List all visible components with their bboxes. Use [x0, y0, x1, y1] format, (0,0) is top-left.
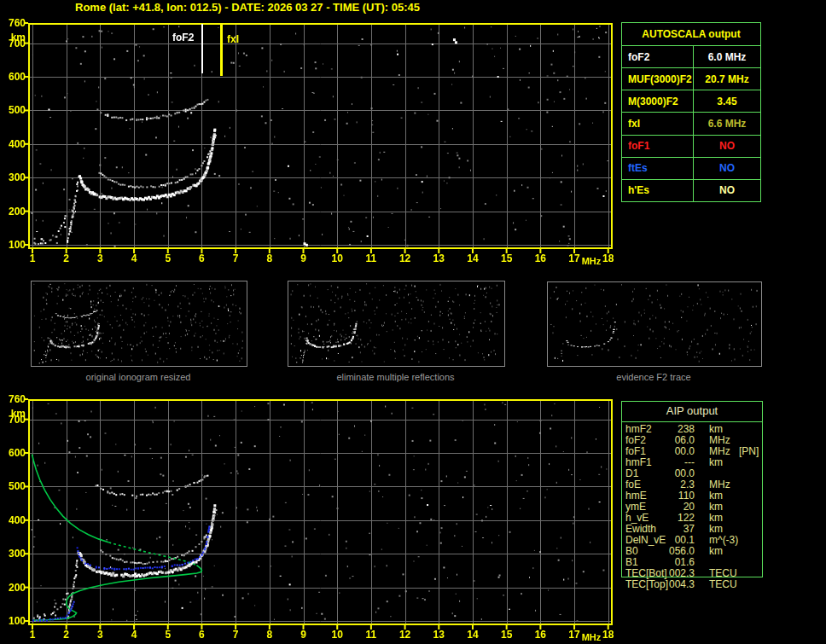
x-tick-label-top: 12 [393, 252, 418, 264]
x-tick-label-top: 1 [20, 252, 45, 264]
fxi-marker-label: fxI [227, 33, 239, 45]
x-tick-label-top: 9 [291, 252, 317, 264]
thumbnail-original-ionogram [31, 281, 247, 367]
autoscala-row-label: ftEs [622, 158, 694, 179]
autoscala-row-value: NO [694, 180, 760, 201]
x-tick-label-top: 5 [155, 252, 181, 264]
x-tick-label-bottom: 5 [155, 629, 181, 641]
x-tick-label-bottom: 8 [257, 629, 282, 641]
autoscala-row-label: foF1 [622, 136, 694, 157]
thumbnail-canvas-reflections [288, 281, 503, 364]
aip-row-unit: TECU [709, 579, 737, 590]
y-tick-label-top: 500 [0, 104, 26, 116]
y-tick-label-top: 400 [0, 138, 26, 150]
x-tick-label-top: 14 [460, 252, 486, 264]
x-tick-label-top: 13 [426, 252, 451, 264]
x-axis-unit-top: MHz [578, 256, 605, 266]
autoscala-row-value: 6.0 MHz [694, 46, 760, 67]
x-tick-label-bottom: 7 [223, 629, 248, 641]
aip-row-unit: km [709, 457, 723, 468]
y-tick-label-bottom: 500 [0, 480, 26, 492]
autoscala-row-value: NO [694, 136, 760, 157]
y-tick-label-top: 300 [0, 171, 26, 183]
autoscala-row-value: NO [694, 158, 760, 179]
aip-table-row: TEC[Top]004.3TECU [621, 579, 763, 590]
autoscala-row-label: foF2 [622, 46, 694, 67]
autoscala-row-label: MUF(3000)F2 [622, 68, 694, 90]
x-tick-label-bottom: 11 [358, 629, 384, 641]
aip-table-rows: hmF2238kmfoF206.0MHzfoF100.0MHz[PN]hmF1-… [621, 424, 763, 590]
x-axis-unit-bottom: MHz [578, 632, 605, 642]
y-tick-label-bottom: 600 [0, 447, 26, 459]
y-tick-label-top: 200 [0, 206, 26, 218]
autoscala-table-row: M(3000)F23.45 [622, 90, 760, 113]
aip-table-header: AIP output [621, 404, 763, 417]
thumbnail-canvas-original [32, 281, 245, 364]
y-tick-label-bottom: 760 [0, 393, 26, 405]
autoscala-output-table: AUTOSCALA output foF26.0 MHzMUF(3000)F22… [621, 22, 761, 202]
autoscala-row-value: 6.6 MHz [694, 113, 760, 134]
x-tick-label-bottom: 4 [121, 629, 147, 641]
autoscala-row-value: 20.7 MHz [694, 68, 760, 90]
thumbnail-eliminate-reflections [288, 281, 505, 367]
x-tick-label-bottom: 15 [494, 629, 520, 641]
autoscala-table-row: foF26.0 MHz [622, 46, 760, 68]
y-tick-label-bottom: 200 [0, 582, 26, 594]
x-tick-label-bottom: 9 [291, 629, 317, 641]
y-tick-label-bottom: 400 [0, 514, 26, 526]
aip-output-table: AIP output hmF2238kmfoF206.0MHzfoF100.0M… [621, 401, 763, 595]
page-title: Rome (lat: +41.8, lon: 012.5) - DATE: 20… [75, 1, 420, 14]
x-tick-label-bottom: 1 [20, 629, 45, 641]
fof2-marker-label: foF2 [172, 32, 194, 44]
aip-header-separator [621, 421, 763, 422]
x-tick-label-bottom: 6 [189, 629, 214, 641]
autoscala-table-row: ftEsNO [622, 158, 760, 180]
x-tick-label-bottom: 10 [324, 629, 350, 641]
autoscala-table-row: fxI6.6 MHz [622, 113, 760, 135]
ionogram-canvas-top [24, 22, 614, 253]
aip-row-value: 004.3 [655, 579, 695, 590]
autoscala-row-label: fxI [622, 113, 694, 134]
y-axis-unit-top: km [0, 32, 26, 44]
x-tick-label-bottom: 3 [87, 629, 113, 641]
x-tick-label-bottom: 12 [393, 629, 418, 641]
x-tick-label-top: 8 [257, 252, 282, 264]
thumbnail-caption-evidence: evidence F2 trace [547, 372, 760, 382]
fof2-marker-line [201, 24, 203, 73]
autoscala-row-value: 3.45 [694, 90, 760, 112]
thumbnail-evidence-f2 [547, 281, 762, 367]
autoscala-row-label: h'Es [622, 180, 694, 201]
autoscala-table-header: AUTOSCALA output [622, 23, 760, 46]
autoscala-table-row: MUF(3000)F220.7 MHz [622, 68, 760, 90]
aip-row-unit: km [709, 546, 723, 557]
y-axis-unit-bottom: km [0, 408, 26, 420]
y-tick-label-bottom: 100 [0, 615, 26, 627]
thumbnail-canvas-evidence [548, 282, 759, 364]
x-tick-label-top: 11 [358, 252, 384, 264]
x-tick-label-top: 4 [121, 252, 147, 264]
x-tick-label-top: 6 [189, 252, 214, 264]
x-tick-label-top: 16 [527, 252, 553, 264]
x-tick-label-bottom: 2 [54, 629, 79, 641]
ionogram-canvas-bottom [24, 398, 614, 629]
y-tick-label-top: 760 [0, 17, 26, 29]
y-tick-label-bottom: 300 [0, 548, 26, 560]
autoscala-table-row: foF1NO [622, 136, 760, 158]
thumbnail-caption-reflections: eliminate multiple reflections [288, 372, 503, 382]
x-tick-label-top: 7 [223, 252, 248, 264]
autoscala-table-row: h'EsNO [622, 180, 760, 201]
x-tick-label-bottom: 13 [426, 629, 451, 641]
autoscala-window: Rome (lat: +41.8, lon: 012.5) - DATE: 20… [0, 0, 826, 644]
x-tick-label-bottom: 16 [527, 629, 553, 641]
y-tick-label-top: 100 [0, 239, 26, 251]
y-tick-label-top: 600 [0, 71, 26, 83]
x-tick-label-top: 3 [87, 252, 113, 264]
fxi-marker-line [220, 24, 223, 76]
x-tick-label-top: 15 [494, 252, 520, 264]
x-tick-label-top: 2 [54, 252, 79, 264]
x-tick-label-top: 10 [324, 252, 350, 264]
autoscala-row-label: M(3000)F2 [622, 90, 694, 112]
aip-row-note: [PN] [739, 446, 759, 457]
x-tick-label-bottom: 14 [460, 629, 486, 641]
thumbnail-caption-original: original ionogram resized [31, 372, 246, 382]
